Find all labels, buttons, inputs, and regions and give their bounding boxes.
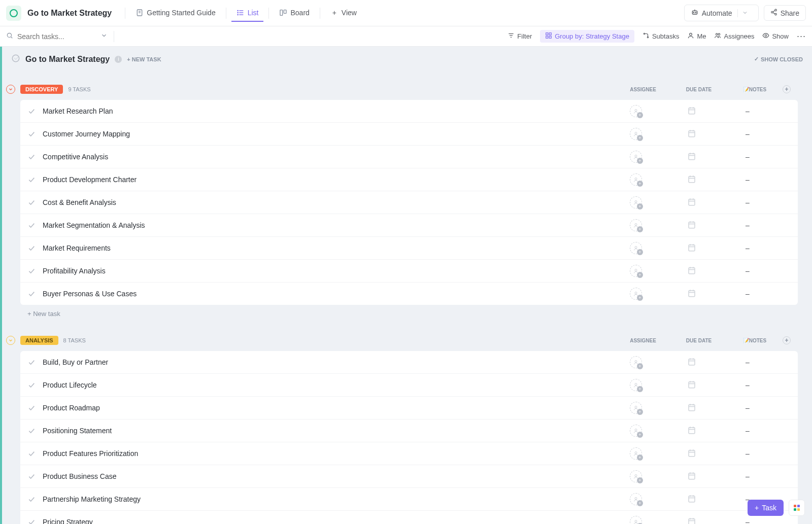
tab-board[interactable]: Board: [274, 5, 314, 22]
task-row[interactable]: Competitive Analysis–: [20, 146, 798, 168]
task-row[interactable]: Product Roadmap–: [20, 397, 798, 420]
col-notes[interactable]: 📝NOTES: [727, 338, 783, 343]
task-name[interactable]: Market Segmentation & Analysis: [43, 221, 608, 229]
collapse-toggle[interactable]: [6, 85, 15, 94]
assignee-cell[interactable]: [608, 447, 664, 460]
notes-cell[interactable]: –: [720, 404, 775, 412]
task-name[interactable]: Product Features Prioritization: [43, 449, 608, 458]
assignee-cell[interactable]: [608, 470, 664, 482]
complete-check-icon[interactable]: [27, 404, 36, 412]
complete-check-icon[interactable]: [27, 518, 36, 524]
task-row[interactable]: Market Requirements–: [20, 237, 798, 260]
task-row[interactable]: Cost & Benefit Analysis–: [20, 191, 798, 214]
complete-check-icon[interactable]: [27, 358, 36, 366]
collapse-toggle[interactable]: [6, 336, 15, 345]
complete-check-icon[interactable]: [27, 221, 36, 229]
task-row[interactable]: Buyer Personas & Use Cases–: [20, 283, 798, 305]
show-button[interactable]: Show: [762, 32, 789, 41]
complete-check-icon[interactable]: [27, 472, 36, 480]
task-row[interactable]: Profitability Analysis–: [20, 260, 798, 283]
task-row[interactable]: Market Segmentation & Analysis–: [20, 214, 798, 237]
complete-check-icon[interactable]: [27, 244, 36, 252]
notes-cell[interactable]: –: [720, 472, 775, 480]
subtasks-button[interactable]: Subtasks: [642, 32, 679, 41]
assignee-cell[interactable]: [608, 128, 664, 140]
tab-getting-started[interactable]: Getting Started Guide: [130, 5, 220, 22]
tab-add-view[interactable]: + View: [325, 5, 362, 22]
assignee-cell[interactable]: [608, 288, 664, 300]
complete-check-icon[interactable]: [27, 130, 36, 138]
task-name[interactable]: Product Business Case: [43, 472, 608, 480]
task-row[interactable]: Positioning Statement–: [20, 420, 798, 442]
page-title[interactable]: Go to Market Strategy: [27, 9, 112, 18]
stage-badge[interactable]: DISCOVERY: [20, 85, 63, 94]
task-name[interactable]: Cost & Benefit Analysis: [43, 198, 608, 206]
task-name[interactable]: Partnership Marketing Strategy: [43, 495, 608, 503]
task-name[interactable]: Market Research Plan: [43, 107, 608, 115]
task-row[interactable]: Product Business Case–: [20, 465, 798, 488]
duedate-cell[interactable]: [664, 243, 720, 254]
task-row[interactable]: Build, Buy or Partner–: [20, 351, 798, 374]
col-assignee[interactable]: ASSIGNEE: [615, 338, 671, 343]
duedate-cell[interactable]: [664, 289, 720, 299]
search-input[interactable]: [17, 32, 93, 41]
assignee-cell[interactable]: [608, 196, 664, 208]
complete-check-icon[interactable]: [27, 107, 36, 115]
create-task-fab[interactable]: + Task: [748, 500, 784, 516]
notes-cell[interactable]: –: [720, 427, 775, 435]
task-row[interactable]: Product Development Charter–: [20, 168, 798, 191]
notes-cell[interactable]: –: [720, 107, 775, 115]
me-button[interactable]: Me: [687, 32, 706, 41]
task-row[interactable]: Market Research Plan–: [20, 100, 798, 123]
complete-check-icon[interactable]: [27, 381, 36, 389]
chevron-down-icon[interactable]: [737, 9, 752, 17]
notes-cell[interactable]: –: [720, 381, 775, 389]
duedate-cell[interactable]: [664, 494, 720, 505]
notes-cell[interactable]: –: [720, 449, 775, 458]
show-closed-toggle[interactable]: ✓ SHOW CLOSED: [754, 56, 803, 62]
stage-badge[interactable]: ANALYSIS: [20, 336, 58, 345]
workspace-logo[interactable]: [6, 6, 21, 21]
search-box[interactable]: [6, 32, 108, 41]
assignee-cell[interactable]: [608, 242, 664, 254]
assignee-cell[interactable]: [608, 493, 664, 505]
notes-cell[interactable]: –: [720, 153, 775, 161]
complete-check-icon[interactable]: [27, 449, 36, 458]
assignee-cell[interactable]: [608, 516, 664, 524]
complete-check-icon[interactable]: [27, 267, 36, 275]
notes-cell[interactable]: –: [720, 221, 775, 229]
task-row[interactable]: Product Lifecycle–: [20, 374, 798, 397]
more-menu[interactable]: ···: [797, 31, 806, 42]
duedate-cell[interactable]: [664, 106, 720, 117]
complete-check-icon[interactable]: [27, 290, 36, 298]
task-name[interactable]: Buyer Personas & Use Cases: [43, 290, 608, 298]
notes-cell[interactable]: –: [720, 176, 775, 184]
duedate-cell[interactable]: [664, 152, 720, 162]
notes-cell[interactable]: –: [720, 518, 775, 524]
duedate-cell[interactable]: [664, 380, 720, 391]
new-task-row[interactable]: + New task: [20, 305, 798, 323]
group-by-button[interactable]: Group by: Strategy Stage: [540, 30, 634, 43]
complete-check-icon[interactable]: [27, 495, 36, 503]
task-name[interactable]: Product Roadmap: [43, 404, 608, 412]
complete-check-icon[interactable]: [27, 176, 36, 184]
task-name[interactable]: Product Lifecycle: [43, 381, 608, 389]
duedate-cell[interactable]: [664, 129, 720, 139]
notes-cell[interactable]: –: [720, 198, 775, 206]
assignee-cell[interactable]: [608, 379, 664, 391]
automate-button[interactable]: Automate: [684, 5, 759, 21]
tab-list[interactable]: List: [231, 5, 264, 22]
complete-check-icon[interactable]: [27, 153, 36, 161]
notes-cell[interactable]: –: [720, 244, 775, 252]
task-row[interactable]: Pricing Strategy–: [20, 511, 798, 524]
task-name[interactable]: Product Development Charter: [43, 176, 608, 184]
col-assignee[interactable]: ASSIGNEE: [615, 87, 671, 92]
assignees-button[interactable]: Assignees: [714, 32, 754, 41]
notes-cell[interactable]: –: [720, 130, 775, 138]
assignee-cell[interactable]: [608, 356, 664, 368]
col-duedate[interactable]: DUE DATE: [671, 338, 727, 343]
add-column-button[interactable]: +: [783, 85, 798, 93]
notes-cell[interactable]: –: [720, 290, 775, 298]
task-name[interactable]: Market Requirements: [43, 244, 608, 252]
assignee-cell[interactable]: [608, 425, 664, 437]
